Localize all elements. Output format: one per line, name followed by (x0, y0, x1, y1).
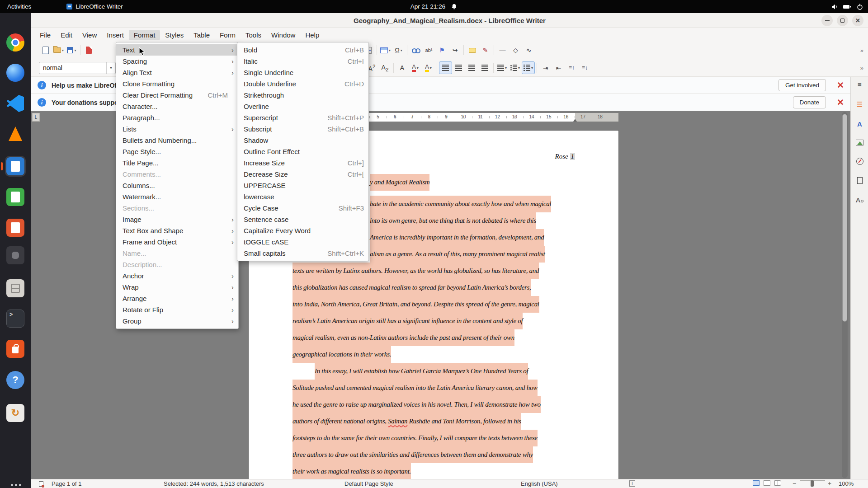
dock-item-chrome[interactable] (5, 32, 26, 53)
menu-item-anchor[interactable]: Anchor› (116, 270, 238, 282)
menu-form[interactable]: Form (215, 30, 241, 40)
menu-window[interactable]: Window (266, 30, 300, 40)
dock-item-help[interactable] (5, 370, 26, 390)
multi-page-view-icon[interactable] (764, 480, 770, 486)
sidebar-tab-navigator[interactable] (854, 156, 865, 166)
right-indent-marker[interactable] (573, 119, 577, 122)
document-line[interactable]: their work as magical realists is so imp… (292, 463, 582, 479)
chevron-down-icon[interactable]: ▾ (106, 62, 115, 74)
menu-item-arrange[interactable]: Arrange› (116, 293, 238, 304)
basic-shapes-button[interactable]: ◇ (509, 44, 522, 56)
menu-item-capitalize-every-word[interactable]: Capitalize Every Word (237, 225, 368, 236)
chevron-down-icon[interactable]: ▾ (389, 48, 391, 52)
menu-item-bold[interactable]: BoldCtrl+B (237, 44, 368, 56)
chevron-down-icon[interactable]: ▾ (531, 66, 533, 70)
zoom-level[interactable]: 100% (839, 480, 854, 487)
sidebar-tab-page[interactable] (854, 175, 865, 186)
dock-item-browser-blue[interactable] (5, 62, 26, 83)
menu-item-watermark[interactable]: Watermark... (116, 191, 238, 202)
insert-table-button[interactable]: ▾ (379, 44, 392, 56)
selection-mode-icon[interactable]: I (629, 480, 635, 487)
dock-item-software-updater[interactable]: ↻ (5, 403, 26, 423)
menu-item-outline-font-effect[interactable]: Outline Font Effect (237, 146, 368, 157)
chevron-down-icon[interactable]: ▾ (62, 48, 64, 52)
volume-icon[interactable] (831, 3, 838, 10)
close-button[interactable]: ✕ (852, 15, 863, 26)
line-spacing-button[interactable]: ▾ (495, 61, 509, 74)
menu-item-double-underline[interactable]: Double UnderlineCtrl+D (237, 78, 368, 89)
sidebar-tab-properties[interactable]: ☰ (854, 99, 865, 109)
vertical-scrollbar[interactable] (842, 112, 848, 478)
sidebar-tab-sidebar-settings[interactable]: ≡ (854, 79, 865, 89)
menu-insert[interactable]: Insert (102, 30, 129, 40)
dock-item-libreoffice-writer[interactable] (5, 156, 26, 177)
decrease-paragraph-spacing-button[interactable]: ≡↓ (578, 61, 591, 74)
chevron-down-icon[interactable]: ▾ (430, 66, 432, 70)
dock-item-files[interactable] (5, 278, 26, 299)
document-line[interactable]: Solitude pushed and cemented magical rea… (292, 380, 582, 396)
document-line[interactable]: geographical locations in their works. (292, 346, 582, 363)
menu-item-shadow[interactable]: Shadow (237, 135, 368, 146)
strikethrough-button[interactable]: A (396, 61, 409, 74)
align-center-button[interactable] (452, 61, 465, 74)
decrease-indent-button[interactable]: ⇤ (552, 61, 565, 74)
align-right-button[interactable] (465, 61, 478, 74)
dock-item-app-grid[interactable] (5, 478, 26, 488)
menu-item-columns[interactable]: Columns... (116, 180, 238, 191)
menu-item-frame-and-object[interactable]: Frame and Object› (116, 236, 238, 248)
menu-format[interactable]: Format (129, 30, 160, 40)
paragraph-style-combobox[interactable]: normal▾ (39, 62, 116, 74)
justify-button[interactable] (478, 61, 491, 74)
book-view-icon[interactable] (774, 480, 781, 486)
menu-item-overline[interactable]: Overline (237, 101, 368, 112)
toolbar-overflow-icon[interactable]: » (860, 65, 863, 71)
tab-stop-selector[interactable]: L (32, 113, 40, 122)
menu-edit[interactable]: Edit (56, 30, 77, 40)
menu-item-toggle-case[interactable]: tOGGLE cASE (237, 236, 368, 248)
menu-item-cycle-case[interactable]: Cycle CaseShift+F3 (237, 202, 368, 214)
dock-item-libreoffice-impress[interactable] (5, 217, 26, 238)
insert-bookmark-button[interactable]: ⚑ (435, 44, 448, 56)
menu-item-clear-direct-formatting[interactable]: Clear Direct FormattingCtrl+M (116, 89, 238, 101)
text-language[interactable]: English (USA) (521, 480, 558, 487)
document-line[interactable]: into India, North America, Great Britain… (292, 296, 582, 313)
clock[interactable]: Apr 21 21:26 (410, 3, 445, 10)
increase-paragraph-spacing-button[interactable]: ≡↑ (565, 61, 578, 74)
menu-item-image[interactable]: Image› (116, 214, 238, 225)
document-line[interactable]: realism’s Latin American origin still ha… (292, 313, 582, 329)
track-changes-button[interactable]: ✎ (479, 44, 492, 56)
dock-item-vscode[interactable] (5, 93, 26, 114)
freeform-line-button[interactable]: ∿ (522, 44, 535, 56)
menu-item-decrease-size[interactable]: Decrease SizeCtrl+[ (237, 169, 368, 180)
title-bar[interactable]: Geography_And_Magical_Realism.docx - Lib… (31, 13, 868, 28)
zoom-in-icon[interactable]: + (828, 480, 831, 487)
menu-tools[interactable]: Tools (241, 30, 266, 40)
chevron-down-icon[interactable]: ▾ (518, 66, 520, 70)
chevron-down-icon[interactable]: ▾ (505, 66, 507, 70)
insert-special-character-button[interactable]: Ω▾ (392, 44, 405, 56)
menu-styles[interactable]: Styles (160, 30, 189, 40)
save-button[interactable]: ▾ (65, 44, 78, 56)
page-style[interactable]: Default Page Style (344, 480, 393, 487)
menu-help[interactable]: Help (300, 30, 324, 40)
focused-app-indicator[interactable]: LibreOffice Writer (66, 3, 123, 10)
insert-cross-reference-button[interactable]: ↪ (448, 44, 462, 56)
menu-item-spacing[interactable]: Spacing› (116, 56, 238, 67)
page-header[interactable]: Rose 1 (555, 153, 575, 160)
donate-button[interactable]: Donate (793, 96, 826, 108)
zoom-out-icon[interactable]: − (793, 480, 796, 487)
activities-button[interactable]: Activities (7, 3, 31, 10)
scrollbar-thumb[interactable] (842, 114, 847, 322)
menu-item-rotate-or-flip[interactable]: Rotate or Flip› (116, 304, 238, 315)
menu-item-clone-formatting[interactable]: Clone Formatting (116, 78, 238, 89)
word-count[interactable]: Selected: 244 words, 1,513 characters (164, 480, 264, 487)
menu-item-single-underline[interactable]: Single Underline (237, 67, 368, 78)
menu-item-lists[interactable]: Lists› (116, 123, 238, 135)
menu-item-bullets-and-numbering[interactable]: Bullets and Numbering... (116, 135, 238, 146)
menu-item-align-text[interactable]: Align Text› (116, 67, 238, 78)
document-line[interactable]: footsteps to do the same for their own c… (292, 430, 582, 446)
menu-item-page-style[interactable]: Page Style... (116, 146, 238, 157)
insert-comment-button[interactable] (466, 44, 479, 56)
menu-item-uppercase[interactable]: UPPERCASE (237, 180, 368, 191)
dock-item-terminal[interactable] (5, 308, 26, 329)
